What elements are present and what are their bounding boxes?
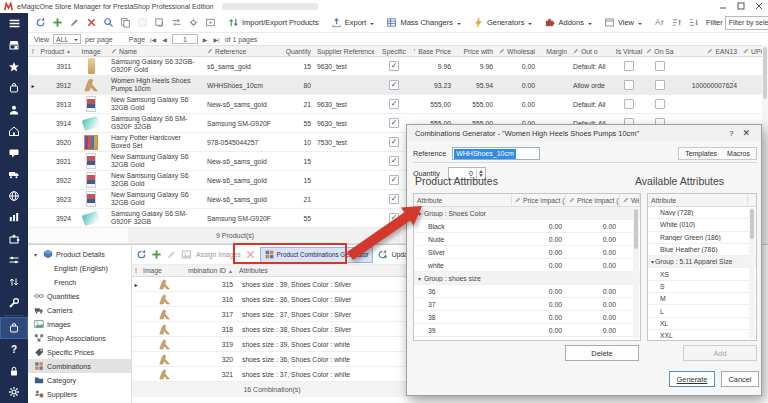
attr-column-header[interactable]: Price impact (Ta — [512, 194, 566, 206]
sidebar-item-tools[interactable] — [0, 293, 28, 315]
attribute-row[interactable]: Silver 0.00 0.00 0 — [414, 246, 640, 259]
sidebar-item-shop-associations[interactable]: Shop Associations — [28, 331, 131, 345]
delete-icon[interactable] — [245, 249, 256, 260]
sidebar-item-sync[interactable] — [0, 271, 28, 293]
on_sale-checkbox[interactable] — [655, 61, 665, 71]
sidebar-item-help[interactable]: ? — [0, 339, 28, 361]
list-item[interactable]: ▸ 315 shoes size : 39, Shoes Color : Sil… — [132, 277, 424, 292]
view-button[interactable]: View — [601, 15, 645, 30]
list-item[interactable]: 317 shoes size : 37, Shoes Color : Silve… — [132, 307, 424, 322]
dialog-help-button[interactable]: ? — [723, 129, 739, 138]
column-header-margin[interactable]: Margin — [538, 46, 570, 56]
copy-button[interactable] — [117, 15, 134, 30]
column-header-gutter[interactable]: ! — [28, 46, 38, 56]
specific-checkbox[interactable]: ✓ — [389, 61, 399, 71]
minimize-icon[interactable] — [718, 1, 728, 11]
add-icon[interactable] — [151, 249, 162, 260]
list-item[interactable]: 316 shoes size : 36, Shoes Color : Silve… — [132, 292, 424, 307]
delete-button[interactable]: Delete — [565, 345, 639, 361]
sidebar-item-lock[interactable] — [0, 360, 28, 382]
available-attribute-row[interactable]: S — [648, 281, 756, 293]
sidebar-item-shop[interactable] — [0, 121, 28, 143]
available-scrollbar[interactable] — [749, 208, 755, 339]
attributes-scrollbar[interactable] — [633, 208, 639, 339]
sidebar-item-star[interactable] — [0, 56, 28, 78]
available-attribute-row[interactable]: White (010) — [648, 219, 756, 231]
sidebar-item-statistics[interactable] — [0, 207, 28, 229]
edit-icon[interactable] — [166, 249, 177, 260]
sidebar-item-menu[interactable] — [0, 13, 28, 35]
templates-button[interactable]: Templates — [685, 150, 717, 157]
prev-page-button[interactable]: ◀ — [161, 36, 168, 43]
column-header-specific[interactable]: Specific — [374, 46, 414, 56]
column-header-supplier_reference[interactable]: Supplier Reference — [314, 46, 374, 56]
process-button[interactable] — [185, 15, 202, 30]
attribute-row[interactable]: Nude 0.00 0.00 0 — [414, 233, 640, 246]
sidebar-item-carriers[interactable] — [0, 164, 28, 186]
reference-input[interactable]: WHHShoes_10cm — [452, 147, 540, 160]
available-attribute-row[interactable]: XXL — [648, 330, 756, 341]
available-attribute-row[interactable]: Ranger Green (186) — [648, 232, 756, 244]
column-header-wholesale[interactable]: Wholesal — [496, 46, 538, 56]
specific-checkbox[interactable]: ✓ — [389, 213, 399, 223]
add-button[interactable]: Add — [683, 345, 757, 361]
product-combinations-generator-button[interactable]: Product Combinations Generator — [260, 247, 373, 263]
available-attribute-row[interactable]: XS — [648, 268, 756, 280]
attribute-group-row[interactable]: ▾Group : shoes size — [414, 272, 640, 285]
sort-asc-button[interactable] — [668, 15, 685, 30]
table-row[interactable]: ▸3912Women High Heels Shoes Pumps 10cmWH… — [28, 76, 768, 95]
column-header-name[interactable]: Name — [108, 46, 204, 56]
column-header-on_sale[interactable]: On Sa — [646, 46, 674, 56]
sidebar-item-attributes[interactable] — [0, 250, 28, 272]
column-header-thumb[interactable]: Image — [74, 46, 108, 56]
list-item[interactable]: 318 shoes size : 38, Shoes Color : Silve… — [132, 322, 424, 337]
generate-button[interactable]: Generate — [669, 371, 715, 387]
assign-images-button[interactable]: Assign Images — [196, 251, 241, 258]
list-item[interactable]: 321 shoes size : 37, Shoes Color : white — [132, 367, 424, 382]
is_virtual-checkbox[interactable] — [624, 80, 634, 90]
specific-checkbox[interactable]: ✓ — [389, 137, 399, 147]
is_virtual-checkbox[interactable] — [624, 61, 634, 71]
maximize-icon[interactable] — [736, 1, 746, 11]
attribute-row[interactable]: 39 0.00 0.00 0 — [414, 324, 640, 337]
mass-changers-button[interactable]: Mass Changers — [383, 15, 464, 30]
sidebar-item-products[interactable] — [0, 317, 28, 339]
sidebar-item-messages[interactable] — [0, 142, 28, 164]
sidebar-item-english-english-[interactable]: English (English) — [28, 261, 131, 275]
addons-button[interactable]: Addons — [541, 15, 594, 30]
next-page-button[interactable]: ▶ — [202, 36, 209, 43]
list-item[interactable]: 319 shoes size : 39, Shoes Color : white — [132, 337, 424, 352]
specific-checkbox[interactable]: ✓ — [389, 80, 399, 90]
preview-button[interactable] — [202, 15, 219, 30]
attribute-row[interactable]: white 0.00 0.00 0 — [414, 259, 640, 272]
available-group-row[interactable]: ▾Group : 5.11 Apparel Size — [648, 256, 756, 268]
close-icon[interactable] — [754, 1, 764, 11]
font-size-button[interactable]: A — [651, 15, 668, 30]
sidebar-item-addons-side[interactable] — [0, 228, 28, 250]
dialog-close-button[interactable]: ✕ — [739, 128, 753, 138]
import-export-products-button[interactable]: Import/Export Products — [225, 15, 322, 30]
sort-desc-button[interactable] — [685, 15, 702, 30]
refresh-button[interactable] — [32, 15, 49, 30]
sidebar-item-orders[interactable] — [0, 78, 28, 100]
attribute-row[interactable]: 37 0.00 0.00 0 — [414, 298, 640, 311]
is_virtual-checkbox[interactable] — [624, 99, 634, 109]
page-number-input[interactable]: 1 — [172, 34, 198, 44]
generators-button[interactable]: Generators — [470, 15, 536, 30]
edit-button[interactable] — [66, 15, 83, 30]
specific-checkbox[interactable]: ✓ — [389, 118, 399, 128]
table-row[interactable]: 3913New Samsung Galaxy S6 32GB GoldNew-s… — [28, 95, 768, 114]
combo-column-id[interactable]: Combination ID ▲ — [188, 265, 236, 276]
attr-column-header[interactable]: Attribute — [414, 194, 512, 206]
column-header-reference[interactable]: Reference — [204, 46, 280, 56]
available-attribute-row[interactable]: XL — [648, 318, 756, 330]
sidebar-item-category[interactable]: Category — [28, 373, 131, 387]
attribute-row[interactable]: 36 0.00 0.00 0 — [414, 285, 640, 298]
combo-column-attr[interactable]: Attributes — [236, 265, 416, 276]
delete-button[interactable] — [83, 15, 100, 30]
duplicate-button[interactable] — [151, 15, 168, 30]
first-page-button[interactable]: |◀ — [149, 36, 157, 43]
sidebar-item-carriers[interactable]: Carriers — [28, 303, 131, 317]
refresh-icon[interactable] — [136, 249, 147, 260]
category-filter-select[interactable]: Filter by selected category — [725, 16, 768, 30]
